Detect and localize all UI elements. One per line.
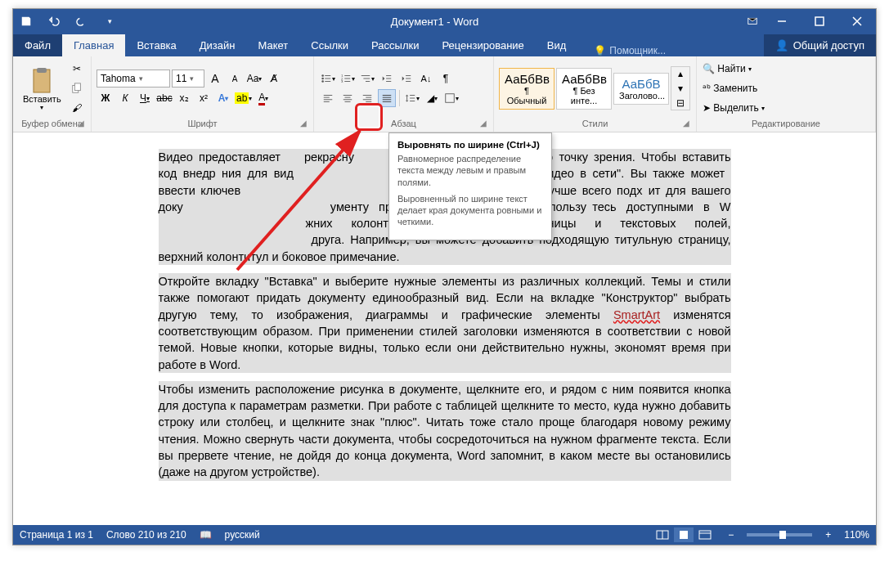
share-button[interactable]: 👤Общий доступ bbox=[764, 34, 876, 56]
bullets-button[interactable]: ▾ bbox=[319, 70, 337, 88]
text-effects-button[interactable]: A▾ bbox=[214, 89, 232, 107]
paste-label: Вставить bbox=[23, 94, 61, 104]
copy-button[interactable] bbox=[68, 79, 86, 97]
style-heading1[interactable]: АаБбВЗаголово... bbox=[613, 73, 669, 105]
view-buttons bbox=[653, 527, 715, 542]
cut-button[interactable]: ✂ bbox=[68, 60, 86, 78]
minimize-button[interactable] bbox=[763, 9, 801, 34]
decrease-indent-button[interactable] bbox=[378, 70, 396, 88]
paragraph-2[interactable]: Откройте вкладку "Вставка" и выберите ну… bbox=[159, 273, 731, 373]
view-web-layout[interactable] bbox=[695, 527, 715, 542]
editing-group-label: Редактирование bbox=[752, 119, 820, 128]
ribbon-options-icon[interactable] bbox=[747, 15, 758, 29]
justify-button[interactable] bbox=[378, 89, 396, 107]
ribbon-tabs: Файл Главная Вставка Дизайн Макет Ссылки… bbox=[13, 34, 876, 56]
select-button[interactable]: ➤ Выделить ▾ bbox=[702, 99, 792, 117]
title-bar: ▾ Документ1 - Word bbox=[13, 9, 876, 34]
scissors-icon: ✂ bbox=[73, 63, 81, 74]
qat-customize-icon[interactable]: ▾ bbox=[101, 13, 118, 29]
view-print-layout[interactable] bbox=[674, 527, 694, 542]
bucket-icon: ◢ bbox=[427, 92, 434, 104]
shading-button[interactable]: ◢▾ bbox=[423, 89, 441, 107]
replace-icon: ᵃᵇ bbox=[703, 83, 711, 94]
highlight-button[interactable]: ab▾ bbox=[234, 89, 253, 107]
tooltip-text-1: Равномерное распределение текста между л… bbox=[397, 153, 543, 188]
font-size-combo[interactable]: 11▾ bbox=[172, 70, 204, 88]
tab-layout[interactable]: Макет bbox=[246, 34, 299, 56]
tab-insert[interactable]: Вставка bbox=[125, 34, 187, 56]
brush-icon: 🖌 bbox=[72, 102, 82, 114]
document-area[interactable]: Видео предоставляет xxxрекраснуить свою … bbox=[13, 132, 876, 525]
bulb-icon: 💡 bbox=[594, 45, 606, 56]
font-name-combo[interactable]: Tahoma▾ bbox=[97, 70, 170, 88]
grow-font-button[interactable]: A bbox=[206, 70, 224, 88]
styles-scroll-up[interactable]: ▴ bbox=[671, 67, 689, 80]
svg-rect-6 bbox=[74, 83, 80, 91]
tab-file[interactable]: Файл bbox=[13, 34, 62, 56]
increase-indent-button[interactable] bbox=[397, 70, 415, 88]
style-normal[interactable]: АаБбВв¶ Обычный bbox=[499, 68, 555, 110]
format-painter-button[interactable]: 🖌 bbox=[68, 99, 86, 117]
sort-icon: A↓ bbox=[421, 74, 432, 83]
align-center-button[interactable] bbox=[339, 89, 357, 107]
superscript-button[interactable]: x² bbox=[195, 89, 213, 107]
align-right-button[interactable] bbox=[358, 89, 376, 107]
maximize-button[interactable] bbox=[801, 9, 838, 34]
replace-button[interactable]: ᵃᵇ Заменить bbox=[702, 79, 792, 97]
numbering-button[interactable]: 123▾ bbox=[339, 70, 357, 88]
status-language[interactable]: русский bbox=[225, 529, 260, 541]
bold-button[interactable]: Ж bbox=[97, 89, 114, 107]
status-words[interactable]: Слово 210 из 210 bbox=[106, 529, 186, 541]
multilevel-button[interactable]: ▾ bbox=[358, 70, 376, 88]
tell-me[interactable]: 💡Помощник... bbox=[594, 45, 666, 56]
view-read-mode[interactable] bbox=[653, 527, 672, 542]
line-spacing-button[interactable]: ▾ bbox=[403, 89, 421, 107]
align-left-button[interactable] bbox=[319, 89, 337, 107]
close-button[interactable] bbox=[838, 9, 876, 34]
font-color-button[interactable]: A▾ bbox=[254, 89, 272, 107]
tab-design[interactable]: Дизайн bbox=[188, 34, 247, 56]
tab-home[interactable]: Главная bbox=[62, 34, 125, 56]
clear-formatting-button[interactable]: A̸ bbox=[265, 70, 283, 88]
justify-tooltip: Выровнять по ширине (Ctrl+J) Равномерное… bbox=[388, 132, 552, 240]
change-case-button[interactable]: Aa▾ bbox=[245, 70, 263, 88]
tab-review[interactable]: Рецензирование bbox=[430, 34, 535, 56]
styles-group-label: Стили bbox=[582, 119, 608, 128]
undo-icon[interactable] bbox=[46, 13, 62, 29]
zoom-level[interactable]: 110% bbox=[844, 529, 869, 541]
tab-references[interactable]: Ссылки bbox=[299, 34, 360, 56]
pilcrow-icon: ¶ bbox=[443, 73, 448, 84]
styles-launcher[interactable]: ◢ bbox=[681, 119, 691, 128]
style-no-spacing[interactable]: АаБбВв¶ Без инте... bbox=[556, 68, 612, 110]
tab-view[interactable]: Вид bbox=[536, 34, 578, 56]
svg-rect-3 bbox=[34, 70, 50, 92]
numbering-icon: 123 bbox=[340, 73, 352, 84]
italic-button[interactable]: К bbox=[116, 89, 134, 107]
styles-expand[interactable]: ⊟ bbox=[671, 97, 689, 110]
sort-button[interactable]: A↓ bbox=[417, 70, 435, 88]
save-icon[interactable] bbox=[18, 13, 34, 29]
status-page[interactable]: Страница 1 из 1 bbox=[20, 529, 93, 541]
zoom-in-button[interactable]: + bbox=[825, 529, 831, 541]
find-button[interactable]: 🔍 Найти ▾ bbox=[702, 60, 792, 78]
clipboard-launcher[interactable]: ◢ bbox=[76, 119, 86, 128]
show-marks-button[interactable]: ¶ bbox=[437, 70, 455, 88]
svg-rect-52 bbox=[680, 531, 688, 539]
zoom-out-button[interactable]: − bbox=[728, 529, 734, 541]
tab-mailings[interactable]: Рассылки bbox=[360, 34, 430, 56]
borders-button[interactable]: ▾ bbox=[442, 89, 460, 107]
spellcheck-icon[interactable]: 📖 bbox=[200, 529, 212, 541]
shrink-font-button[interactable]: A bbox=[226, 70, 244, 88]
bullets-icon bbox=[321, 73, 332, 84]
eraser-icon: A̸ bbox=[271, 73, 277, 84]
zoom-slider[interactable] bbox=[747, 533, 812, 536]
styles-scroll-down[interactable]: ▾ bbox=[671, 82, 689, 95]
paste-button[interactable]: Вставить ▾ bbox=[18, 63, 66, 114]
subscript-button[interactable]: x₂ bbox=[175, 89, 193, 107]
redo-icon[interactable] bbox=[74, 13, 90, 29]
underline-button[interactable]: Ч▾ bbox=[136, 89, 154, 107]
paragraph-launcher[interactable]: ◢ bbox=[478, 119, 488, 128]
strikethrough-button[interactable]: abc bbox=[155, 89, 173, 107]
ribbon: Вставить ▾ ✂ 🖌 Буфер обмена◢ Tahoma▾ 11▾… bbox=[13, 56, 876, 132]
paragraph-3[interactable]: Чтобы изменить расположение рисунка в до… bbox=[159, 381, 731, 481]
